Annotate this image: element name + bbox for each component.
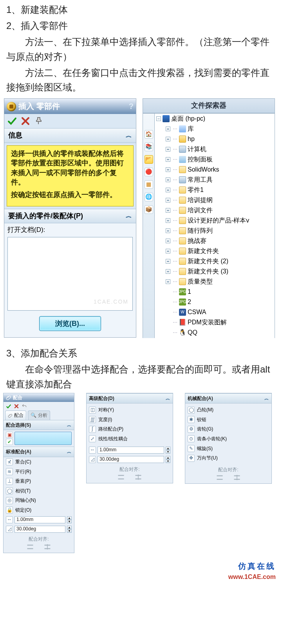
tree-item[interactable]: +⋯hp bbox=[155, 134, 275, 144]
tab-custom-props-icon[interactable]: 🌐 bbox=[145, 193, 153, 201]
mech-mate-universal[interactable]: ✥万向节(U) bbox=[185, 453, 271, 463]
angle-icon[interactable]: ◿ bbox=[89, 456, 96, 463]
align-anti-icon[interactable] bbox=[44, 543, 51, 550]
tab-mate[interactable]: 配合 bbox=[5, 411, 26, 420]
tree-item[interactable]: +⋯新建文件夹 (3) bbox=[155, 266, 275, 277]
adv-mate-path[interactable]: ʃ路径配合(P) bbox=[87, 424, 173, 434]
mech-mate-screw[interactable]: ✎螺旋(S) bbox=[185, 444, 271, 454]
tab-appearances-icon[interactable]: ▦ bbox=[145, 180, 153, 189]
tree-item[interactable]: +⋯随行阵列 bbox=[155, 226, 275, 236]
tree-item[interactable]: +⋯挑战赛 bbox=[155, 236, 275, 246]
distance-input[interactable]: 1.00mm bbox=[98, 447, 164, 454]
std-mate-lock[interactable]: 🔒锁定(O) bbox=[4, 505, 74, 515]
mate-selection-header[interactable]: 配合选择(S) ︽ bbox=[4, 420, 74, 431]
expand-toggle[interactable]: + bbox=[166, 127, 170, 131]
expand-toggle[interactable]: + bbox=[166, 208, 170, 213]
tree-item[interactable]: +⋯新建文件夹 (2) bbox=[155, 256, 275, 266]
entity-button-1[interactable]: ▣ bbox=[6, 432, 13, 438]
standard-mates-header[interactable]: 标准配合(A) ︽ bbox=[4, 447, 74, 457]
cancel-button[interactable] bbox=[14, 403, 19, 409]
cancel-button[interactable] bbox=[21, 116, 30, 126]
file-tree[interactable]: − 桌面 (hp-pc) +⋯库+⋯hp+⋯计算机+⋯控制面板+⋯SolidWo… bbox=[154, 113, 275, 338]
align-anti-icon[interactable] bbox=[135, 474, 142, 481]
std-mate-coincident[interactable]: ⊀重合(C) bbox=[4, 457, 74, 467]
ok-button[interactable] bbox=[7, 116, 17, 126]
undo-button[interactable] bbox=[22, 403, 27, 409]
mech-mate-cam[interactable]: ◯凸轮(M) bbox=[185, 405, 271, 415]
tab-analyze[interactable]: 🔍 分析 bbox=[28, 411, 50, 420]
expand-toggle[interactable]: + bbox=[166, 269, 170, 274]
distance-spinner[interactable]: ▲▼ bbox=[67, 516, 72, 523]
expand-toggle[interactable]: + bbox=[166, 198, 170, 203]
tree-item[interactable]: ⋯JPG1 bbox=[155, 287, 275, 297]
tree-item[interactable]: ⋯📕QQ制作教程 bbox=[155, 338, 275, 338]
pin-button[interactable] bbox=[34, 116, 43, 126]
tree-item[interactable]: +⋯设计更好的产品-样本v bbox=[155, 215, 275, 226]
angle-spinner[interactable]: ▲▼ bbox=[67, 526, 72, 533]
tree-item[interactable]: +⋯培训文件 bbox=[155, 205, 275, 215]
distance-icon[interactable]: ↔ bbox=[89, 447, 96, 454]
help-button[interactable]: ? bbox=[129, 100, 134, 112]
advanced-header[interactable]: 高级配合(D) ︽ bbox=[87, 393, 173, 404]
tree-item[interactable]: ⋯🐧QQ bbox=[155, 327, 275, 338]
ok-button[interactable] bbox=[6, 403, 11, 409]
tab-forum-icon[interactable]: 📦 bbox=[145, 205, 153, 214]
angle-icon[interactable]: ◿ bbox=[6, 526, 13, 533]
distance-icon[interactable]: ↔ bbox=[6, 516, 13, 523]
distance-input[interactable]: 1.00mm bbox=[14, 516, 65, 523]
tree-item[interactable]: +⋯SolidWorks bbox=[155, 165, 275, 175]
std-mate-concentric[interactable]: ◎同轴心(N) bbox=[4, 496, 74, 505]
info-section-header[interactable]: 信息 ︽ bbox=[4, 128, 136, 143]
tab-home-icon[interactable]: 🏠 bbox=[145, 130, 153, 139]
tree-item[interactable]: ⋯📕PDM安装图解 bbox=[155, 317, 275, 327]
expand-toggle[interactable]: + bbox=[166, 228, 170, 233]
std-mate-parallel[interactable]: ≋平行(R) bbox=[4, 467, 74, 477]
tree-item[interactable]: +⋯质量类型 bbox=[155, 277, 275, 287]
expand-toggle[interactable]: + bbox=[166, 137, 170, 141]
align-same-icon[interactable] bbox=[118, 474, 125, 481]
distance-spinner[interactable]: ▲▼ bbox=[166, 447, 170, 454]
expand-toggle[interactable]: + bbox=[166, 157, 170, 162]
expand-toggle[interactable]: + bbox=[166, 259, 170, 264]
angle-spinner[interactable]: ▲▼ bbox=[166, 456, 170, 463]
mech-mate-gear[interactable]: ⚙齿轮(G) bbox=[185, 424, 271, 434]
expand-toggle[interactable]: + bbox=[166, 239, 170, 243]
angle-input[interactable]: 30.00deg bbox=[98, 456, 164, 463]
entity-button-2[interactable]: ✔ bbox=[6, 439, 13, 445]
adv-mate-linear[interactable]: ⤢线性/线性耦合 bbox=[87, 434, 173, 444]
mech-mate-hinge[interactable]: ✱铰链 bbox=[185, 415, 271, 425]
browse-button[interactable]: 浏览(B)... bbox=[39, 316, 101, 331]
expand-toggle[interactable]: + bbox=[166, 279, 170, 284]
expand-toggle[interactable]: + bbox=[166, 177, 170, 182]
angle-input[interactable]: 30.00deg bbox=[14, 526, 65, 533]
tree-item[interactable]: ⋯WCSWA bbox=[155, 307, 275, 317]
align-same-icon[interactable] bbox=[216, 474, 223, 481]
tree-root[interactable]: − 桌面 (hp-pc) bbox=[155, 114, 275, 124]
open-documents-listbox[interactable] bbox=[7, 237, 133, 311]
tree-item[interactable]: +⋯计算机 bbox=[155, 144, 275, 154]
mechanical-header[interactable]: 机械配合(A) ︽ bbox=[185, 393, 271, 404]
expand-toggle[interactable]: + bbox=[166, 147, 170, 152]
expand-toggle[interactable]: + bbox=[166, 167, 170, 172]
tree-item[interactable]: +⋯常用工具 bbox=[155, 175, 275, 185]
part-section-header[interactable]: 要插入的零件/装配体(P) ︽ bbox=[4, 209, 136, 224]
align-same-icon[interactable] bbox=[27, 543, 34, 550]
expand-toggle[interactable]: + bbox=[166, 249, 170, 253]
expand-toggle[interactable]: + bbox=[166, 188, 170, 192]
adv-mate-width[interactable]: ∭宽度(I) bbox=[87, 415, 173, 425]
align-anti-icon[interactable] bbox=[233, 474, 240, 481]
std-mate-perpendicular[interactable]: ⊥垂直(P) bbox=[4, 476, 74, 486]
tree-item[interactable]: +⋯控制面板 bbox=[155, 154, 275, 165]
tab-file-explorer-icon[interactable]: 📂 bbox=[145, 155, 153, 164]
tree-item[interactable]: +⋯新建文件夹 bbox=[155, 246, 275, 256]
expand-toggle[interactable]: − bbox=[156, 116, 161, 121]
tab-design-library-icon[interactable]: 📚 bbox=[145, 143, 153, 151]
tab-view-palette-icon[interactable]: 🔴 bbox=[145, 168, 153, 176]
tree-item[interactable]: +⋯零件1 bbox=[155, 185, 275, 195]
tree-item[interactable]: +⋯培训提纲 bbox=[155, 195, 275, 205]
std-mate-tangent[interactable]: ◯相切(T) bbox=[4, 486, 74, 496]
tree-item[interactable]: +⋯库 bbox=[155, 124, 275, 134]
expand-toggle[interactable]: + bbox=[166, 218, 170, 223]
tree-item[interactable]: ⋯JPG2 bbox=[155, 297, 275, 307]
mech-mate-rackpinion[interactable]: ⊙齿条小齿轮(K) bbox=[185, 434, 271, 444]
